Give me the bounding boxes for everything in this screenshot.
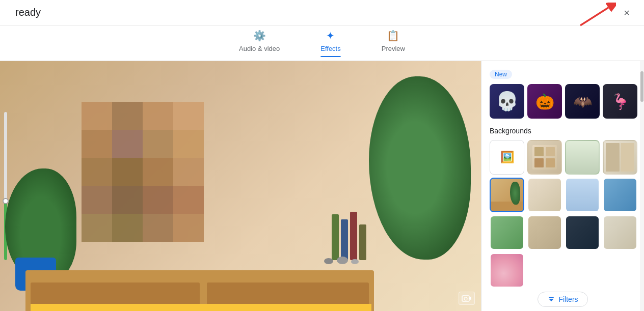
background-item-11[interactable] [603,215,637,250]
background-item-7[interactable] [603,178,637,212]
main-content: New 💀 🎃 🦇 🦩 Backgrounds 🖼 [0,61,644,311]
filters-icon [547,295,555,303]
background-item-4-selected[interactable] [490,178,524,212]
filters-button[interactable]: Filters [538,292,587,307]
video-area [0,61,481,311]
svg-line-1 [580,8,608,25]
video-feed [0,61,481,311]
add-background-button[interactable]: 🖼️ [490,140,524,175]
page-title: ready [10,7,41,18]
filters-label: Filters [558,295,578,303]
plant-right [369,76,471,260]
background-item-6[interactable] [565,178,600,212]
scroll-track [640,61,644,311]
background-item-1[interactable] [527,140,562,175]
backgrounds-grid: 🖼️ [490,140,636,288]
tab-audio-video[interactable]: ⚙️ Audio & video [239,30,280,56]
svg-rect-5 [549,297,554,298]
svg-rect-6 [550,299,553,300]
background-item-9[interactable] [527,215,562,250]
effects-grid: 💀 🎃 🦇 🦩 [490,84,636,119]
right-panel: New 💀 🎃 🦇 🦩 Backgrounds 🖼 [481,61,644,311]
background-item-3[interactable] [603,140,637,175]
effect-bat-cat[interactable]: 🦇 [565,84,600,119]
new-badge: New [490,70,512,79]
add-bg-icon: 🖼️ [500,151,514,164]
effect-skull[interactable]: 💀 [490,84,524,119]
tabs-bar: ⚙️ Audio & video ✦ Effects 📋 Preview [0,25,644,61]
effect-catrina[interactable]: 🎃 [527,84,562,119]
background-item-2[interactable] [565,140,600,175]
tab-audio-video-label: Audio & video [239,45,280,52]
close-button[interactable]: × [620,4,634,22]
tab-preview[interactable]: 📋 Preview [382,30,405,56]
camera-overlay-button[interactable] [459,292,475,305]
scroll-thumb[interactable] [640,71,643,102]
tab-preview-label: Preview [382,45,405,52]
tab-effects-label: Effects [320,45,341,52]
backgrounds-label: Backgrounds [490,127,636,135]
svg-point-4 [464,297,467,300]
tab-effects[interactable]: ✦ Effects [320,30,341,56]
yellow-bar [31,304,371,311]
person-pixelated [82,102,224,255]
background-item-5[interactable] [527,178,562,212]
header: ready × [0,0,644,25]
effect-ostrich[interactable]: 🦩 [603,84,637,119]
background-item-10[interactable] [565,215,600,250]
preview-icon: 📋 [387,30,399,42]
background-item-8[interactable] [490,215,524,250]
effects-icon: ✦ [326,30,335,42]
filters-row: Filters [490,292,636,307]
background-item-12[interactable] [490,253,524,288]
books [332,209,366,260]
arrow-annotation [575,3,616,28]
stones [323,257,359,266]
audio-video-icon: ⚙️ [253,30,266,42]
